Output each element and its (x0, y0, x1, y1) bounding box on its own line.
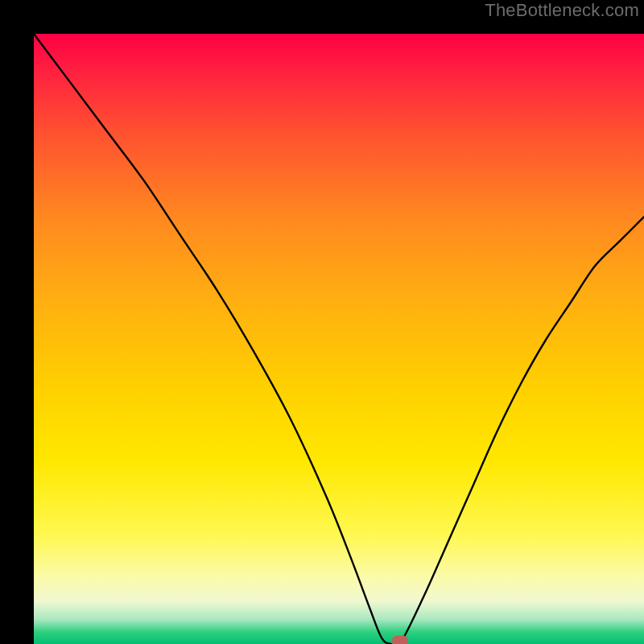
watermark-text: TheBottleneck.com (485, 0, 639, 21)
chart-frame (0, 0, 644, 644)
curve-path (34, 34, 644, 644)
minimum-marker (392, 636, 408, 644)
chart-plot-area (34, 34, 644, 644)
bottleneck-curve (34, 34, 644, 644)
